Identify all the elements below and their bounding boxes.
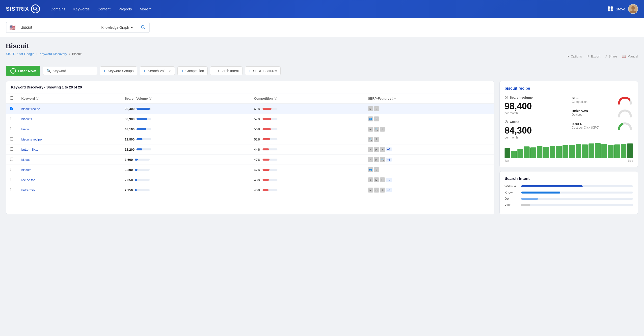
- null-icon2: ⊘: [504, 119, 508, 124]
- volume-bar: [135, 169, 150, 171]
- serp-icon: ▶: [374, 147, 379, 152]
- serp-icon: ✂: [380, 177, 385, 182]
- search-input[interactable]: [18, 23, 97, 32]
- share-button[interactable]: ⤴ Share: [605, 55, 617, 58]
- competition-help-icon[interactable]: ?: [274, 97, 277, 100]
- row-checkbox[interactable]: [10, 188, 14, 191]
- keyword-cell[interactable]: biscut: [17, 155, 121, 165]
- chart-label-jan: Jan: [504, 159, 509, 162]
- content-grid: Keyword Discovery - Showing 1 to 29 of 2…: [6, 81, 638, 214]
- competition-filter[interactable]: + Competition: [177, 66, 208, 75]
- keyword-cell[interactable]: buttermilk...: [17, 144, 121, 155]
- volume-help-icon[interactable]: ?: [149, 97, 152, 100]
- country-flag[interactable]: 🇺🇸: [6, 25, 18, 31]
- chart-bar: [518, 149, 523, 158]
- keyword-cell[interactable]: biscuts: [17, 165, 121, 175]
- keyword-cell[interactable]: biscuits recipe: [17, 134, 121, 144]
- competition-bar: [262, 148, 278, 150]
- keyword-help-icon[interactable]: ?: [36, 97, 40, 100]
- nav-more[interactable]: More ▾: [137, 5, 154, 13]
- row-checkbox[interactable]: [10, 137, 14, 141]
- col-volume: Search Volume: [125, 97, 148, 100]
- volume-bar-container: 60,900: [125, 117, 246, 121]
- row-checkbox[interactable]: [10, 127, 14, 130]
- competition-bar: [262, 179, 278, 181]
- row-checkbox[interactable]: [10, 147, 14, 151]
- breadcrumb-sistrix[interactable]: SISTRIX for Google: [6, 52, 34, 56]
- breadcrumb-current: Biscuit: [72, 52, 82, 56]
- competition-bar-container: 57%: [254, 117, 360, 121]
- competition-bar-container: 56%: [254, 127, 360, 131]
- serp-help-icon[interactable]: ?: [392, 97, 396, 100]
- keyword-cell[interactable]: buttermilk...: [17, 185, 121, 195]
- row-checkbox[interactable]: [10, 168, 14, 171]
- select-all-checkbox[interactable]: [10, 96, 14, 100]
- nav-keywords[interactable]: Keywords: [70, 5, 93, 13]
- cpc-label: Cost per Click (CPC): [572, 126, 599, 129]
- metrics-card: biscuit recipe ⊘ Search volume 98,400 pe…: [499, 81, 638, 167]
- keyword-filter-input[interactable]: [53, 69, 92, 73]
- volume-bar-container: 98,400: [125, 107, 246, 111]
- manual-button[interactable]: 📖 Manual: [622, 55, 638, 58]
- competition-bar: [262, 108, 278, 110]
- search-intent-filter[interactable]: + Search Intent: [210, 66, 242, 75]
- intent-bar-fill: [521, 185, 582, 187]
- user-name[interactable]: Steve: [616, 7, 625, 11]
- keyword-cell[interactable]: biscuit recipe: [17, 104, 121, 114]
- options-button[interactable]: ▾ Options: [568, 55, 582, 58]
- detail-keyword-title[interactable]: biscuit recipe: [504, 86, 633, 91]
- volume-value: 60,900: [125, 117, 135, 121]
- chart-bar: [627, 143, 633, 158]
- serp-icon: ⊞: [380, 188, 385, 193]
- clicks-label: Clicks: [510, 120, 519, 124]
- keyword-groups-filter[interactable]: + Keyword Groups: [100, 66, 138, 75]
- serp-plus: +3: [386, 147, 392, 151]
- intent-bar-fill: [521, 192, 560, 194]
- serp-icon: ≡: [368, 147, 373, 152]
- keyword-cell[interactable]: biscuits: [17, 114, 121, 124]
- intent-bar-fill: [521, 204, 530, 206]
- filter-now-button[interactable]: + Filter Now: [6, 66, 40, 76]
- volume-bar-container: 13,800: [125, 138, 246, 141]
- row-checkbox[interactable]: [10, 107, 14, 110]
- competition-value: 52%: [254, 138, 260, 141]
- table-wrapper: Keyword? Search Volume? Competition? SER…: [6, 93, 494, 195]
- volume-value: 2,850: [125, 178, 133, 182]
- breadcrumb: SISTRIX for Google › Keyword Discovery ›…: [6, 52, 82, 56]
- volume-bar-container: 13,200: [125, 148, 246, 151]
- row-checkbox[interactable]: [10, 178, 14, 181]
- volume-bar-container: 48,100: [125, 127, 246, 131]
- search-type-selector[interactable]: Knowledge Graph ▾: [97, 26, 137, 30]
- volume-value: 3,300: [125, 168, 133, 172]
- export-button[interactable]: ⬇ Export: [587, 55, 600, 58]
- serp-features-filter[interactable]: + SERP Features: [245, 66, 281, 75]
- search-intent-title: Search Intent: [504, 176, 633, 181]
- grid-icon[interactable]: [608, 7, 613, 12]
- chart-bar: [576, 144, 581, 158]
- row-checkbox[interactable]: [10, 117, 14, 120]
- avatar[interactable]: [628, 4, 638, 14]
- chart-bar: [588, 143, 594, 158]
- chart-bar: [595, 143, 601, 158]
- devices-value: unknown: [572, 109, 588, 113]
- intent-bar-bg: [521, 204, 633, 206]
- logo[interactable]: SISTRIX: [6, 5, 40, 13]
- chart-bar: [621, 144, 626, 158]
- nav-domains[interactable]: Domains: [48, 5, 68, 13]
- nav-projects[interactable]: Projects: [116, 5, 135, 13]
- search-volume-filter[interactable]: + Search Volume: [140, 66, 175, 75]
- keyword-filter-search[interactable]: 🔍: [43, 67, 97, 75]
- keyword-cell[interactable]: recipe for...: [17, 175, 121, 185]
- keyword-cell[interactable]: biscuit: [17, 124, 121, 134]
- svg-point-3: [631, 6, 635, 10]
- nav-content[interactable]: Content: [94, 5, 114, 13]
- search-button[interactable]: [137, 22, 149, 33]
- chevron-down-icon: ▾: [568, 55, 569, 58]
- search-bar: 🇺🇸 Knowledge Graph ▾: [0, 18, 644, 37]
- volume-bar: [135, 179, 150, 181]
- row-checkbox[interactable]: [10, 158, 14, 161]
- breadcrumb-keyword-discovery[interactable]: Keyword Discovery: [40, 52, 67, 56]
- volume-bar-container: 2,850: [125, 178, 246, 182]
- table-row: biscuit recipe 98,400 61% ▶?: [6, 104, 494, 114]
- competition-value: 44%: [254, 148, 260, 151]
